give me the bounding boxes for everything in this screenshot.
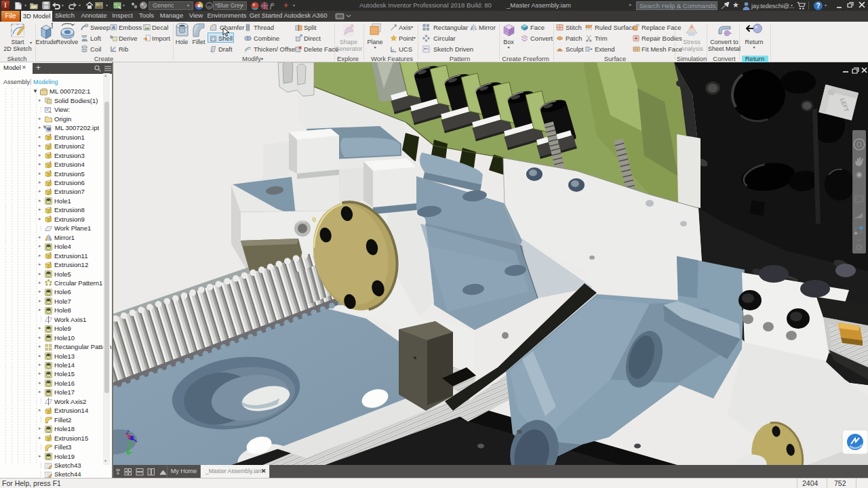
svg-text:Z: Z (126, 429, 130, 435)
svg-text:A: A (112, 24, 116, 30)
